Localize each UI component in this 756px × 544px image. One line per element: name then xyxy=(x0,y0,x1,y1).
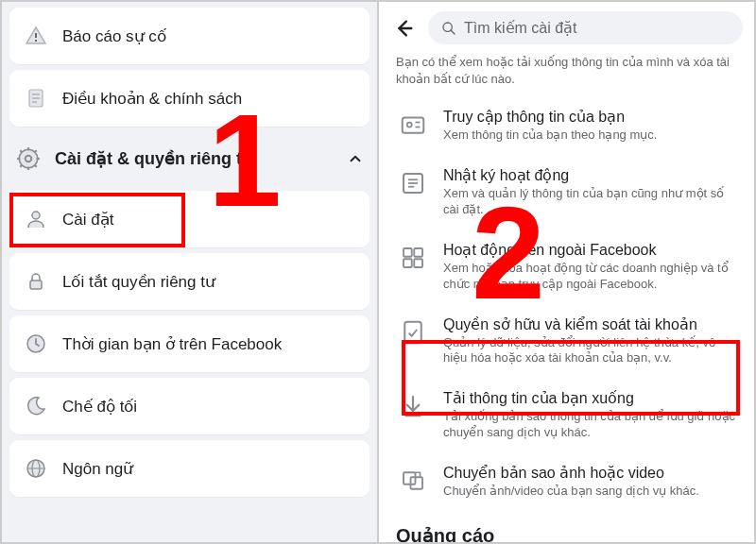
ads-section-title: Quảng cáo xyxy=(379,511,754,542)
menu-label: Chế độ tối xyxy=(62,397,356,416)
apps-icon xyxy=(396,241,430,275)
svg-point-16 xyxy=(32,212,40,219)
intro-text: Bạn có thể xem hoặc tải xuống thông tin … xyxy=(379,54,754,96)
svg-rect-39 xyxy=(404,472,416,484)
item-off-facebook-activity[interactable]: Hoạt động bên ngoài Facebook Xem hoặc xó… xyxy=(387,230,747,304)
transfer-icon xyxy=(396,464,430,498)
section-title: Cài đặt & quyền riêng tư xyxy=(55,148,252,169)
item-activity-log[interactable]: Nhật ký hoạt động Xem và quản lý thông t… xyxy=(387,155,747,230)
document-check-icon xyxy=(396,315,430,349)
right-pane: Tìm kiếm cài đặt Bạn có thể xem hoặc tải… xyxy=(379,2,754,542)
menu-report-problem[interactable]: Báo cáo sự cố xyxy=(9,8,369,64)
svg-rect-35 xyxy=(404,259,412,267)
user-gear-icon xyxy=(23,206,49,232)
menu-label: Lối tắt quyền riêng tư xyxy=(62,272,356,292)
svg-rect-34 xyxy=(414,248,422,257)
item-title: Nhật ký hoạt động xyxy=(443,166,737,184)
clock-icon xyxy=(23,331,49,357)
item-desc: Xem hoặc xóa hoạt động từ các doanh nghi… xyxy=(443,261,737,293)
menu-label: Cài đặt xyxy=(62,210,356,230)
right-header: Tìm kiếm cài đặt xyxy=(379,2,754,54)
chevron-up-icon xyxy=(347,150,364,167)
item-title: Hoạt động bên ngoài Facebook xyxy=(443,241,737,259)
lock-icon xyxy=(23,268,49,295)
list-icon xyxy=(396,166,430,200)
svg-rect-33 xyxy=(404,248,412,257)
svg-rect-40 xyxy=(411,477,423,489)
back-button[interactable] xyxy=(390,14,419,42)
item-desc: Tải xuống bản sao thông tin của bạn để l… xyxy=(443,409,737,441)
item-title: Tải thông tin của bạn xuống xyxy=(443,389,737,407)
menu-dark-mode[interactable]: Chế độ tối xyxy=(9,378,369,434)
search-input[interactable]: Tìm kiếm cài đặt xyxy=(428,11,743,44)
item-title: Quyền sở hữu và kiểm soát tài khoản xyxy=(443,315,737,333)
menu-label: Điều khoản & chính sách xyxy=(62,89,356,109)
svg-line-12 xyxy=(20,150,22,152)
menu-label: Báo cáo sự cố xyxy=(62,26,356,46)
item-access-info[interactable]: Truy cập thông tin của bạn Xem thông tin… xyxy=(387,96,747,155)
warning-icon xyxy=(23,23,49,49)
item-desc: Xem và quản lý thông tin của bạn cũng nh… xyxy=(443,186,737,218)
menu-label: Thời gian bạn ở trên Facebook xyxy=(62,334,356,354)
svg-rect-0 xyxy=(35,33,37,38)
id-card-icon xyxy=(396,108,430,142)
svg-rect-25 xyxy=(403,118,424,133)
search-icon xyxy=(441,21,456,36)
menu-settings[interactable]: Cài đặt xyxy=(9,191,369,247)
svg-point-26 xyxy=(407,123,412,128)
svg-rect-37 xyxy=(404,321,421,343)
item-title: Truy cập thông tin của bạn xyxy=(443,108,737,126)
item-title: Chuyển bản sao ảnh hoặc video xyxy=(443,464,737,482)
svg-line-14 xyxy=(20,165,22,167)
item-account-ownership[interactable]: Quyền sở hữu và kiểm soát tài khoản Quản… xyxy=(387,304,747,379)
download-icon xyxy=(396,389,430,423)
item-download-info[interactable]: Tải thông tin của bạn xuống Tải xuống bả… xyxy=(387,378,747,452)
item-desc: Chuyển ảnh/video của bạn sang dịch vụ kh… xyxy=(443,484,737,500)
search-placeholder: Tìm kiếm cài đặt xyxy=(464,19,577,37)
gear-icon xyxy=(15,145,42,172)
menu-terms-policies[interactable]: Điều khoản & chính sách xyxy=(9,70,369,127)
item-desc: Xem thông tin của bạn theo hạng mục. xyxy=(443,128,737,144)
svg-rect-17 xyxy=(30,280,42,289)
svg-rect-36 xyxy=(414,259,422,267)
svg-rect-1 xyxy=(35,40,37,42)
moon-icon xyxy=(23,393,49,419)
item-desc: Quản lý dữ liệu, sửa đổi người liên hệ t… xyxy=(443,335,737,367)
svg-line-24 xyxy=(451,30,455,34)
svg-line-13 xyxy=(35,165,37,167)
item-transfer-copy[interactable]: Chuyển bản sao ảnh hoặc video Chuyển ảnh… xyxy=(387,452,747,511)
menu-privacy-shortcuts[interactable]: Lối tắt quyền riêng tư xyxy=(9,253,369,310)
settings-privacy-header[interactable]: Cài đặt & quyền riêng tư xyxy=(2,132,377,185)
left-pane: Báo cáo sự cố Điều khoản & chính sách Cà… xyxy=(2,2,379,542)
globe-icon xyxy=(23,455,49,482)
menu-label: Ngôn ngữ xyxy=(62,459,356,479)
menu-language[interactable]: Ngôn ngữ xyxy=(9,440,369,497)
svg-line-15 xyxy=(35,150,37,152)
document-icon xyxy=(23,85,49,111)
menu-time-on-facebook[interactable]: Thời gian bạn ở trên Facebook xyxy=(9,315,369,372)
